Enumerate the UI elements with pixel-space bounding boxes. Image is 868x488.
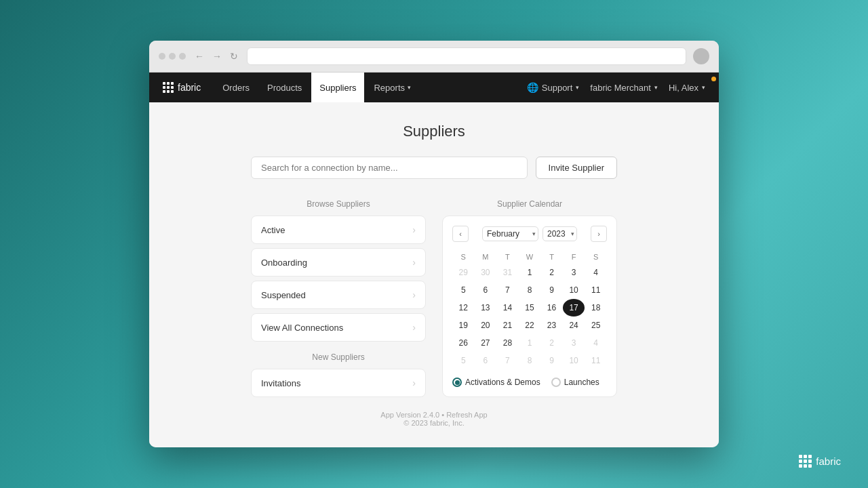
calendar-day[interactable]: 11 [585, 352, 607, 369]
footer-version: App Version 2.4.0 • Refresh App [163, 411, 705, 419]
calendar-day[interactable]: 27 [475, 334, 497, 352]
calendar-day[interactable]: 8 [519, 352, 541, 369]
calendar-legend: Activations & Demos Launches [452, 378, 607, 387]
address-bar[interactable] [247, 47, 686, 65]
supplier-item-all[interactable]: View All Connections › [251, 313, 426, 342]
calendar-day[interactable]: 6 [475, 281, 497, 299]
invite-supplier-button[interactable]: Invite Supplier [536, 157, 617, 179]
supplier-item-suspended[interactable]: Suspended › [251, 281, 426, 309]
legend-launches-label: Launches [564, 378, 599, 387]
globe-icon: 🌐 [527, 82, 538, 93]
calendar-col: Supplier Calendar ‹ January February Mar… [442, 199, 617, 397]
calendar-day[interactable]: 2 [540, 264, 563, 281]
nav-brand[interactable]: fabric [163, 82, 201, 93]
calendar-day[interactable]: 17 [563, 299, 585, 317]
browser-chrome: ← → ↻ [149, 41, 719, 73]
calendar-day[interactable]: 10 [563, 281, 585, 299]
calendar-day[interactable]: 20 [475, 317, 497, 334]
nav-reports[interactable]: Reports ▾ [366, 73, 419, 102]
browser-nav: ← → ↻ [193, 51, 240, 62]
radio-activations-inner [455, 380, 460, 385]
main-content: Suppliers Invite Supplier Browse Supplie… [149, 102, 719, 447]
calendar-day[interactable]: 3 [563, 334, 585, 352]
calendar-day[interactable]: 9 [540, 352, 563, 369]
browser-avatar [693, 48, 709, 64]
nav-links: Orders Products Suppliers Reports ▾ [214, 73, 527, 102]
calendar-day[interactable]: 15 [519, 299, 541, 317]
reports-dropdown-icon: ▾ [408, 84, 411, 91]
calendar-day[interactable]: 13 [475, 299, 497, 317]
legend-launches[interactable]: Launches [551, 378, 599, 387]
legend-activations-label: Activations & Demos [465, 378, 540, 387]
all-chevron-icon: › [412, 322, 416, 333]
calendar-container: ‹ January February March April May June [442, 216, 617, 397]
calendar-day[interactable]: 1 [519, 334, 541, 352]
supplier-item-suspended-label: Suspended [261, 290, 306, 300]
browser-dots [159, 53, 186, 60]
legend-activations[interactable]: Activations & Demos [452, 378, 540, 387]
active-chevron-icon: › [412, 224, 416, 235]
cal-header-sun: S [452, 250, 475, 264]
calendar-next-button[interactable]: › [591, 226, 607, 242]
new-supplier-list: Invitations › [251, 369, 426, 397]
calendar-day[interactable]: 19 [452, 317, 475, 334]
browser-dot-green [179, 53, 186, 60]
calendar-day[interactable]: 7 [496, 281, 519, 299]
forward-button[interactable]: → [210, 51, 224, 62]
calendar-selects: January February March April May June Ju… [482, 226, 577, 241]
calendar-day[interactable]: 16 [540, 299, 563, 317]
calendar-grid: S M T W T F S 29303112345678910111213141… [452, 250, 607, 369]
supplier-item-onboarding-label: Onboarding [261, 258, 307, 268]
calendar-day[interactable]: 26 [452, 334, 475, 352]
calendar-day[interactable]: 10 [563, 352, 585, 369]
calendar-day[interactable]: 5 [452, 352, 475, 369]
user-menu[interactable]: Hi, Alex ▾ [669, 83, 705, 93]
supplier-search-input[interactable] [251, 157, 528, 179]
bottom-brand-label: fabric [816, 455, 841, 467]
bottom-brand: fabric [799, 455, 841, 468]
back-button[interactable]: ← [193, 51, 206, 62]
calendar-day[interactable]: 2 [540, 334, 563, 352]
calendar-day[interactable]: 29 [452, 264, 475, 281]
calendar-day[interactable]: 4 [585, 264, 607, 281]
calendar-day[interactable]: 6 [475, 352, 497, 369]
calendar-day[interactable]: 12 [452, 299, 475, 317]
calendar-day[interactable]: 1 [519, 264, 541, 281]
calendar-day[interactable]: 30 [475, 264, 497, 281]
calendar-day[interactable]: 18 [585, 299, 607, 317]
calendar-day[interactable]: 8 [519, 281, 541, 299]
calendar-day[interactable]: 5 [452, 281, 475, 299]
supplier-list: Active › Onboarding › Suspended › View A… [251, 216, 426, 342]
search-row: Invite Supplier [251, 157, 617, 179]
calendar-day[interactable]: 24 [563, 317, 585, 334]
merchant-menu[interactable]: fabric Merchant ▾ [590, 83, 658, 93]
supplier-item-onboarding[interactable]: Onboarding › [251, 248, 426, 277]
refresh-button[interactable]: ↻ [228, 51, 240, 62]
calendar-day[interactable]: 11 [585, 281, 607, 299]
calendar-day[interactable]: 25 [585, 317, 607, 334]
browser-window: ← → ↻ fabric Orders Products Suppliers R… [149, 41, 719, 447]
nav-suppliers[interactable]: Suppliers [311, 73, 364, 102]
calendar-day[interactable]: 4 [585, 334, 607, 352]
year-select-wrapper: 2022 2023 2024 [542, 226, 577, 241]
calendar-prev-button[interactable]: ‹ [452, 226, 469, 242]
nav-products[interactable]: Products [259, 73, 310, 102]
calendar-day[interactable]: 21 [496, 317, 519, 334]
cal-header-mon: M [475, 250, 497, 264]
calendar-day[interactable]: 3 [563, 264, 585, 281]
calendar-header: ‹ January February March April May June [452, 226, 607, 242]
calendar-day[interactable]: 28 [496, 334, 519, 352]
calendar-day[interactable]: 31 [496, 264, 519, 281]
supplier-item-invitations[interactable]: Invitations › [251, 369, 426, 397]
calendar-day[interactable]: 14 [496, 299, 519, 317]
calendar-day[interactable]: 22 [519, 317, 541, 334]
month-select[interactable]: January February March April May June Ju… [482, 226, 538, 241]
support-menu[interactable]: 🌐 Support ▾ [527, 82, 580, 93]
calendar-day[interactable]: 7 [496, 352, 519, 369]
calendar-day[interactable]: 9 [540, 281, 563, 299]
cal-header-sat: S [585, 250, 607, 264]
year-select[interactable]: 2022 2023 2024 [542, 226, 577, 241]
nav-orders[interactable]: Orders [214, 73, 258, 102]
supplier-item-active[interactable]: Active › [251, 216, 426, 244]
calendar-day[interactable]: 23 [540, 317, 563, 334]
